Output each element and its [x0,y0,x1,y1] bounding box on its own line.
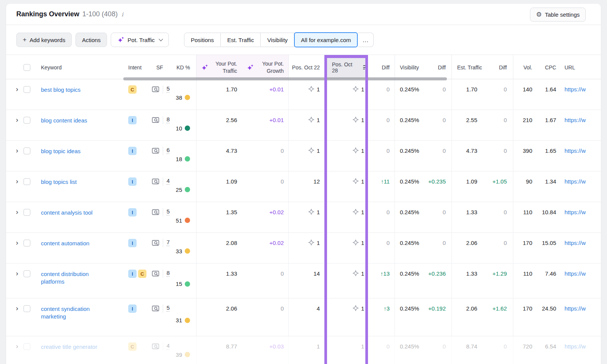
row-checkbox[interactable] [24,147,30,154]
divider [163,147,163,155]
col-header-url[interactable]: URL [560,55,601,79]
position-value: 1 [317,240,320,263]
row-checkbox[interactable] [24,178,30,185]
col-header-pos-oct22[interactable]: Pos. Oct 22 [288,55,324,79]
col-header-intent[interactable]: Intent [124,55,147,79]
intent-cell: IC [124,264,147,298]
row-expand-chevron-icon[interactable]: › [16,343,18,364]
row-checkbox[interactable] [24,209,30,216]
row-checkbox[interactable] [24,240,30,246]
row-expand-chevron-icon[interactable]: › [16,117,18,140]
url-link[interactable]: https://w [565,240,586,246]
sf-count[interactable]: 7 [167,239,170,246]
keyword-link[interactable]: blog topics list [41,178,77,186]
row-checkbox[interactable] [24,343,30,350]
row-expand-chevron-icon[interactable]: › [16,209,18,232]
sf-count[interactable]: 8 [167,270,170,277]
table-settings-button[interactable]: ⚙ Table settings [530,8,586,22]
horizontal-scrollbar[interactable] [123,77,447,80]
row-expand-chevron-icon[interactable]: › [16,240,18,263]
divider [163,116,163,124]
visibility-value: 0.245% [395,336,425,364]
url-link[interactable]: https://w [565,178,586,185]
sf-count[interactable]: 5 [167,85,170,93]
col-header-diff3[interactable]: Diff [483,55,513,79]
keyword-cell: creative title generator [33,336,124,364]
sf-count[interactable]: 6 [167,147,170,154]
col-header-pos-oct28[interactable]: Pos. Oct 28 [324,55,368,79]
tab-all-for-example-com[interactable]: All for example.com [294,32,358,47]
checkbox-cell [20,110,33,140]
col-header-keyword[interactable]: Keyword [33,55,124,79]
col-header-diff2[interactable]: Diff [425,55,451,79]
row-checkbox[interactable] [24,86,30,93]
serp-features-preview-icon[interactable] [152,240,160,247]
highlight-column-border-left [324,55,327,364]
col-header-pot-traffic[interactable]: Your Pot. Traffic [196,55,243,79]
actions-button[interactable]: Actions [75,33,107,47]
info-icon[interactable]: i [121,11,123,18]
url-link[interactable]: https://w [565,147,586,154]
row-expand-chevron-icon[interactable]: › [16,86,18,110]
col-header-visibility[interactable]: Visibility [395,55,425,79]
sf-count[interactable]: 4 [167,177,170,185]
add-keywords-button[interactable]: + Add keywords [16,33,72,47]
select-all-checkbox[interactable] [24,64,30,71]
col-header-kd[interactable]: KD % [173,55,196,79]
row-expand-chevron-icon[interactable]: › [16,305,18,336]
serp-feature-position-icon [352,209,359,215]
row-checkbox[interactable] [24,305,30,312]
tab-positions[interactable]: Positions [184,33,221,47]
sf-count[interactable]: 5 [167,304,170,312]
serp-features-preview-icon[interactable] [152,147,160,155]
serp-features-preview-icon[interactable] [152,117,160,124]
url-link[interactable]: https://w [565,117,586,123]
est-traffic-value: 1.33 [451,202,483,232]
keyword-link[interactable]: content distribution platforms [41,270,106,286]
serp-features-preview-icon[interactable] [152,343,160,350]
metric-dropdown[interactable]: Pot. Traffic [111,33,168,47]
pos-oct28-cell: 1 [324,336,368,364]
more-tabs-button[interactable]: ... [358,33,374,47]
keyword-link[interactable]: content analysis tool [41,209,93,217]
url-link[interactable]: https://w [565,343,586,350]
keyword-link[interactable]: blog topic ideas [41,147,80,155]
position-value: 1 [317,117,320,140]
serp-features-preview-icon[interactable] [152,305,160,312]
plus-icon: + [23,36,27,44]
row-checkbox[interactable] [24,270,30,277]
pot-growth-value: 0 [243,171,288,202]
sf-count[interactable]: 4 [167,342,170,350]
url-link[interactable]: https://w [565,209,586,215]
url-link[interactable]: https://w [565,86,586,93]
col-header-vol[interactable]: Vol. [513,55,536,79]
sf-count[interactable]: 8 [167,116,170,123]
keyword-link[interactable]: content syndication marketing [41,305,106,320]
tab-est-traffic[interactable]: Est. Traffic [221,33,261,47]
tab-visibility[interactable]: Visibility [261,33,294,47]
keyword-link[interactable]: content automation [41,240,90,247]
serp-features-preview-icon[interactable] [152,86,160,93]
col-header-pot-growth[interactable]: Your Pot. Growth [243,55,288,79]
keyword-link[interactable]: blog content ideas [41,117,87,124]
position-value: 1 [361,147,364,171]
cpc-value: 15.05 [536,233,560,263]
col-header-diff1[interactable]: Diff [368,55,395,79]
keyword-link[interactable]: creative title generator [41,343,97,351]
row-expand-chevron-icon[interactable]: › [16,147,18,171]
col-header-cpc[interactable]: CPC [536,55,560,79]
serp-features-preview-icon[interactable] [152,209,160,216]
col-header-est-traffic[interactable]: Est. Traffic [451,55,483,79]
pot-growth-value: +0.01 [243,110,288,140]
row-expand-chevron-icon[interactable]: › [16,178,18,202]
col-header-sf[interactable]: SF [147,55,173,79]
serp-features-preview-icon[interactable] [152,270,160,278]
url-link[interactable]: https://w [565,270,586,277]
row-expand-chevron-icon[interactable]: › [16,270,18,298]
intent-cell: I [124,171,147,202]
sf-count[interactable]: 5 [167,208,170,215]
keyword-link[interactable]: best blog topics [41,86,80,94]
url-link[interactable]: https://w [565,305,586,312]
row-checkbox[interactable] [24,117,30,124]
serp-features-preview-icon[interactable] [152,178,160,185]
